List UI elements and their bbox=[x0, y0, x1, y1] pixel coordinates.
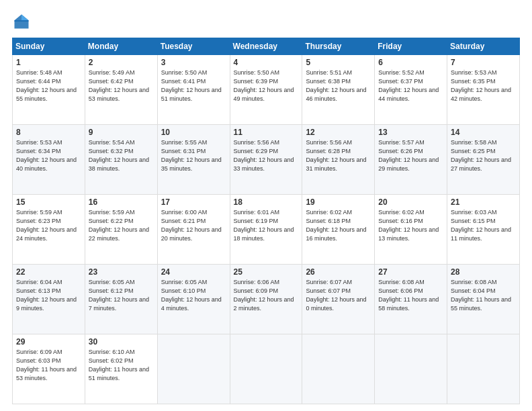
calendar-body: 1 Sunrise: 5:48 AMSunset: 6:44 PMDayligh… bbox=[13, 55, 520, 404]
day-info: Sunrise: 6:02 AMSunset: 6:16 PMDaylight:… bbox=[378, 208, 443, 243]
day-number: 20 bbox=[378, 197, 443, 207]
calendar-cell: 24 Sunrise: 6:05 AMSunset: 6:10 PMDaylig… bbox=[157, 265, 230, 334]
day-number: 30 bbox=[89, 337, 154, 347]
day-info: Sunrise: 5:50 AMSunset: 6:39 PMDaylight:… bbox=[234, 68, 299, 103]
day-number: 29 bbox=[16, 337, 81, 347]
day-number: 3 bbox=[161, 58, 226, 67]
day-info: Sunrise: 6:06 AMSunset: 6:09 PMDaylight:… bbox=[234, 278, 299, 313]
day-number: 4 bbox=[234, 58, 299, 67]
calendar-cell: 19 Sunrise: 6:02 AMSunset: 6:18 PMDaylig… bbox=[302, 195, 375, 265]
day-info: Sunrise: 6:09 AMSunset: 6:03 PMDaylight:… bbox=[16, 348, 81, 383]
day-number: 15 bbox=[16, 197, 81, 207]
calendar-cell: 22 Sunrise: 6:04 AMSunset: 6:13 PMDaylig… bbox=[13, 265, 85, 334]
logo bbox=[12, 12, 34, 31]
calendar-col-friday: Friday bbox=[375, 38, 447, 55]
calendar-cell: 14 Sunrise: 5:58 AMSunset: 6:25 PMDaylig… bbox=[447, 125, 520, 195]
day-number: 9 bbox=[89, 128, 154, 137]
day-number: 23 bbox=[89, 267, 154, 277]
day-info: Sunrise: 6:10 AMSunset: 6:02 PMDaylight:… bbox=[89, 348, 154, 383]
calendar-cell: 7 Sunrise: 5:53 AMSunset: 6:35 PMDayligh… bbox=[447, 55, 520, 125]
day-number: 22 bbox=[16, 267, 81, 277]
calendar-cell bbox=[375, 334, 447, 404]
calendar-cell bbox=[302, 334, 375, 404]
calendar-cell bbox=[230, 334, 302, 404]
calendar-col-tuesday: Tuesday bbox=[157, 38, 230, 55]
day-number: 6 bbox=[378, 58, 443, 67]
svg-rect-2 bbox=[15, 20, 29, 21]
day-info: Sunrise: 6:05 AMSunset: 6:10 PMDaylight:… bbox=[161, 278, 226, 313]
day-number: 11 bbox=[234, 128, 299, 137]
calendar-cell: 25 Sunrise: 6:06 AMSunset: 6:09 PMDaylig… bbox=[230, 265, 302, 334]
day-info: Sunrise: 6:05 AMSunset: 6:12 PMDaylight:… bbox=[89, 278, 154, 313]
calendar-header-row: SundayMondayTuesdayWednesdayThursdayFrid… bbox=[13, 38, 520, 55]
calendar-cell: 5 Sunrise: 5:51 AMSunset: 6:38 PMDayligh… bbox=[302, 55, 375, 125]
day-info: Sunrise: 5:57 AMSunset: 6:26 PMDaylight:… bbox=[378, 138, 443, 173]
calendar-cell: 17 Sunrise: 6:00 AMSunset: 6:21 PMDaylig… bbox=[157, 195, 230, 265]
day-info: Sunrise: 5:56 AMSunset: 6:29 PMDaylight:… bbox=[234, 138, 299, 173]
day-info: Sunrise: 5:54 AMSunset: 6:32 PMDaylight:… bbox=[89, 138, 154, 173]
calendar-table: SundayMondayTuesdayWednesdayThursdayFrid… bbox=[12, 38, 520, 404]
calendar-col-thursday: Thursday bbox=[302, 38, 375, 55]
day-number: 13 bbox=[378, 128, 443, 137]
day-number: 26 bbox=[306, 267, 371, 277]
day-info: Sunrise: 6:02 AMSunset: 6:18 PMDaylight:… bbox=[306, 208, 371, 243]
calendar-cell: 6 Sunrise: 5:52 AMSunset: 6:37 PMDayligh… bbox=[375, 55, 447, 125]
calendar-cell: 16 Sunrise: 5:59 AMSunset: 6:22 PMDaylig… bbox=[85, 195, 157, 265]
day-number: 5 bbox=[306, 58, 371, 67]
day-number: 7 bbox=[451, 58, 516, 67]
calendar-cell: 15 Sunrise: 5:59 AMSunset: 6:23 PMDaylig… bbox=[13, 195, 85, 265]
logo-icon bbox=[12, 12, 31, 31]
day-number: 24 bbox=[161, 267, 226, 277]
day-info: Sunrise: 5:53 AMSunset: 6:35 PMDaylight:… bbox=[451, 68, 516, 103]
day-number: 21 bbox=[451, 197, 516, 207]
calendar-cell: 23 Sunrise: 6:05 AMSunset: 6:12 PMDaylig… bbox=[85, 265, 157, 334]
calendar-col-monday: Monday bbox=[85, 38, 157, 55]
day-number: 1 bbox=[16, 58, 81, 67]
calendar-cell: 30 Sunrise: 6:10 AMSunset: 6:02 PMDaylig… bbox=[85, 334, 157, 404]
calendar-cell: 2 Sunrise: 5:49 AMSunset: 6:42 PMDayligh… bbox=[85, 55, 157, 125]
calendar-cell: 21 Sunrise: 6:03 AMSunset: 6:15 PMDaylig… bbox=[447, 195, 520, 265]
day-number: 19 bbox=[306, 197, 371, 207]
calendar-week-3: 15 Sunrise: 5:59 AMSunset: 6:23 PMDaylig… bbox=[13, 195, 520, 265]
day-info: Sunrise: 5:51 AMSunset: 6:38 PMDaylight:… bbox=[306, 68, 371, 103]
calendar-cell bbox=[157, 334, 230, 404]
day-info: Sunrise: 6:04 AMSunset: 6:13 PMDaylight:… bbox=[16, 278, 81, 313]
day-number: 17 bbox=[161, 197, 226, 207]
calendar-cell: 27 Sunrise: 6:08 AMSunset: 6:06 PMDaylig… bbox=[375, 265, 447, 334]
day-info: Sunrise: 6:08 AMSunset: 6:04 PMDaylight:… bbox=[451, 278, 516, 313]
calendar-cell: 28 Sunrise: 6:08 AMSunset: 6:04 PMDaylig… bbox=[447, 265, 520, 334]
calendar-cell: 11 Sunrise: 5:56 AMSunset: 6:29 PMDaylig… bbox=[230, 125, 302, 195]
calendar-cell: 20 Sunrise: 6:02 AMSunset: 6:16 PMDaylig… bbox=[375, 195, 447, 265]
day-info: Sunrise: 5:58 AMSunset: 6:25 PMDaylight:… bbox=[451, 138, 516, 173]
day-number: 16 bbox=[89, 197, 154, 207]
calendar-cell: 9 Sunrise: 5:54 AMSunset: 6:32 PMDayligh… bbox=[85, 125, 157, 195]
day-number: 27 bbox=[378, 267, 443, 277]
day-info: Sunrise: 5:59 AMSunset: 6:23 PMDaylight:… bbox=[16, 208, 81, 243]
calendar-week-4: 22 Sunrise: 6:04 AMSunset: 6:13 PMDaylig… bbox=[13, 265, 520, 334]
calendar-cell: 13 Sunrise: 5:57 AMSunset: 6:26 PMDaylig… bbox=[375, 125, 447, 195]
calendar-week-2: 8 Sunrise: 5:53 AMSunset: 6:34 PMDayligh… bbox=[13, 125, 520, 195]
day-info: Sunrise: 6:03 AMSunset: 6:15 PMDaylight:… bbox=[451, 208, 516, 243]
day-number: 18 bbox=[234, 197, 299, 207]
calendar-cell bbox=[447, 334, 520, 404]
day-number: 25 bbox=[234, 267, 299, 277]
calendar-cell: 1 Sunrise: 5:48 AMSunset: 6:44 PMDayligh… bbox=[13, 55, 85, 125]
calendar-cell: 8 Sunrise: 5:53 AMSunset: 6:34 PMDayligh… bbox=[13, 125, 85, 195]
page: SundayMondayTuesdayWednesdayThursdayFrid… bbox=[0, 0, 532, 411]
day-info: Sunrise: 5:48 AMSunset: 6:44 PMDaylight:… bbox=[16, 68, 81, 103]
day-number: 2 bbox=[89, 58, 154, 67]
day-info: Sunrise: 5:55 AMSunset: 6:31 PMDaylight:… bbox=[161, 138, 226, 173]
calendar-col-wednesday: Wednesday bbox=[230, 38, 302, 55]
calendar-cell: 26 Sunrise: 6:07 AMSunset: 6:07 PMDaylig… bbox=[302, 265, 375, 334]
calendar-col-saturday: Saturday bbox=[447, 38, 520, 55]
day-number: 8 bbox=[16, 128, 81, 137]
day-number: 28 bbox=[451, 267, 516, 277]
day-info: Sunrise: 5:56 AMSunset: 6:28 PMDaylight:… bbox=[306, 138, 371, 173]
calendar-col-sunday: Sunday bbox=[13, 38, 85, 55]
day-info: Sunrise: 6:08 AMSunset: 6:06 PMDaylight:… bbox=[378, 278, 443, 313]
day-info: Sunrise: 6:00 AMSunset: 6:21 PMDaylight:… bbox=[161, 208, 226, 243]
day-info: Sunrise: 6:07 AMSunset: 6:07 PMDaylight:… bbox=[306, 278, 371, 313]
day-info: Sunrise: 5:52 AMSunset: 6:37 PMDaylight:… bbox=[378, 68, 443, 103]
day-number: 12 bbox=[306, 128, 371, 137]
calendar-cell: 18 Sunrise: 6:01 AMSunset: 6:19 PMDaylig… bbox=[230, 195, 302, 265]
